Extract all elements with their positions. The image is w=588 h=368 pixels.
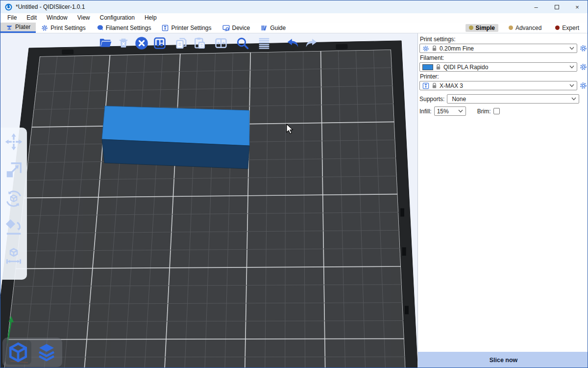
open-file-button[interactable] (97, 35, 114, 52)
mode-label: Expert (562, 25, 579, 31)
chevron-down-icon (569, 47, 574, 50)
menu-file[interactable]: File (2, 13, 22, 23)
undo-button[interactable] (285, 35, 301, 52)
paste-icon (193, 36, 206, 50)
mode-expert[interactable]: Expert (552, 24, 583, 32)
redo-button[interactable] (303, 35, 319, 52)
app-window: *Untitled - QIDISlicer-1.0.1 – × File Ed… (0, 0, 588, 368)
measure-tool-button[interactable] (3, 245, 24, 266)
slice-now-button[interactable]: Slice now (418, 352, 588, 368)
search-button[interactable] (234, 35, 251, 52)
rotate-tool-button[interactable] (3, 188, 24, 209)
supports-select[interactable]: None (447, 94, 579, 104)
measure-icon (4, 246, 23, 265)
chevron-down-icon (458, 109, 463, 113)
lock-icon (436, 64, 441, 70)
printer-select[interactable]: X-MAX 3 (419, 81, 577, 90)
menu-edit[interactable]: Edit (22, 13, 42, 23)
menu-help[interactable]: Help (140, 13, 162, 23)
move-tool-button[interactable] (3, 131, 24, 152)
scale-tool-button[interactable] (3, 160, 24, 181)
expert-dot-icon (555, 26, 560, 30)
filament-edit-button[interactable] (579, 63, 587, 71)
printer-value: X-MAX 3 (440, 82, 567, 89)
build-plate-scene (0, 33, 417, 368)
place-on-face-tool-button[interactable] (3, 217, 24, 237)
arrange-icon (153, 36, 167, 50)
paste-button[interactable] (191, 35, 208, 52)
layer-height-icon (257, 36, 271, 50)
tab-device[interactable]: Device (217, 23, 256, 33)
delete-all-button[interactable] (133, 35, 150, 52)
mode-simple[interactable]: Simple (466, 24, 498, 32)
filament-color-swatch (422, 64, 433, 70)
variable-layer-height-button[interactable] (256, 35, 272, 52)
plater-toolbar (97, 35, 321, 52)
split-button[interactable] (213, 35, 229, 52)
scale-icon (4, 161, 23, 180)
copy-button[interactable] (173, 35, 190, 52)
print-settings-label: Print settings: (420, 36, 587, 43)
gear-icon (422, 45, 429, 52)
print-settings-edit-button[interactable] (579, 45, 587, 53)
mode-label: Simple (476, 25, 495, 31)
tab-label: Filament Settings (106, 25, 151, 31)
printer-icon (422, 82, 429, 89)
tab-bar: Plater Print Settings Filament Settings … (0, 23, 588, 33)
device-icon (222, 25, 230, 31)
tab-print-settings[interactable]: Print Settings (36, 23, 91, 33)
menu-bar: File Edit Window View Configuration Help (0, 13, 588, 23)
guide-books-icon (261, 25, 268, 31)
move-icon (4, 132, 23, 151)
tab-label: Device (232, 25, 250, 31)
search-icon (236, 36, 249, 50)
printer-label: Printer: (420, 73, 587, 80)
tab-plater[interactable]: Plater (0, 23, 36, 33)
delete-button[interactable] (115, 35, 132, 52)
minimize-button[interactable]: – (526, 0, 546, 13)
print-settings-select[interactable]: 0.20mm Fine (419, 44, 577, 53)
tab-label: Printer Settings (171, 25, 211, 31)
supports-value: None (450, 96, 569, 103)
printer-icon (162, 25, 169, 31)
infill-value: 15% (437, 108, 456, 115)
tab-label: Plater (15, 24, 30, 30)
gizmo-toolbar (0, 128, 27, 280)
3d-editor-icon (7, 342, 29, 363)
printer-edit-button[interactable] (579, 82, 587, 90)
settings-sidebar: Print settings: 0.20mm Fine (417, 33, 588, 368)
print-settings-value: 0.20mm Fine (440, 45, 567, 52)
filament-value: QIDI PLA Rapido (443, 64, 567, 71)
tab-printer-settings[interactable]: Printer Settings (156, 23, 217, 33)
plater-icon (6, 24, 13, 30)
mouse-cursor (286, 124, 294, 134)
close-button[interactable]: × (567, 0, 588, 13)
split-icon (214, 36, 228, 50)
infill-select[interactable]: 15% (434, 106, 466, 116)
arrange-button[interactable] (151, 35, 168, 52)
preview-layers-button[interactable] (33, 340, 60, 365)
mode-advanced[interactable]: Advanced (505, 24, 545, 32)
3d-view-button[interactable] (5, 340, 31, 365)
filament-label: Filament: (420, 54, 587, 61)
folder-open-icon (98, 36, 112, 50)
lock-icon (432, 82, 437, 89)
layers-preview-icon (35, 341, 58, 364)
chevron-down-icon (569, 84, 574, 87)
lock-icon (432, 45, 437, 52)
filament-icon (97, 25, 103, 31)
maximize-button[interactable] (546, 0, 567, 13)
brim-checkbox[interactable] (493, 108, 500, 114)
menu-window[interactable]: Window (42, 13, 73, 23)
3d-viewport[interactable] (0, 33, 417, 368)
tab-label: Print Settings (50, 25, 85, 31)
app-logo-icon (5, 3, 12, 11)
filament-select[interactable]: QIDI PLA Rapido (419, 62, 577, 72)
delete-all-icon (134, 36, 149, 51)
menu-view[interactable]: View (73, 13, 95, 23)
trash-delete-icon (117, 37, 130, 50)
place-on-face-icon (4, 218, 23, 237)
tab-guide[interactable]: Guide (255, 23, 291, 33)
menu-configuration[interactable]: Configuration (95, 13, 140, 23)
tab-filament-settings[interactable]: Filament Settings (91, 23, 157, 33)
